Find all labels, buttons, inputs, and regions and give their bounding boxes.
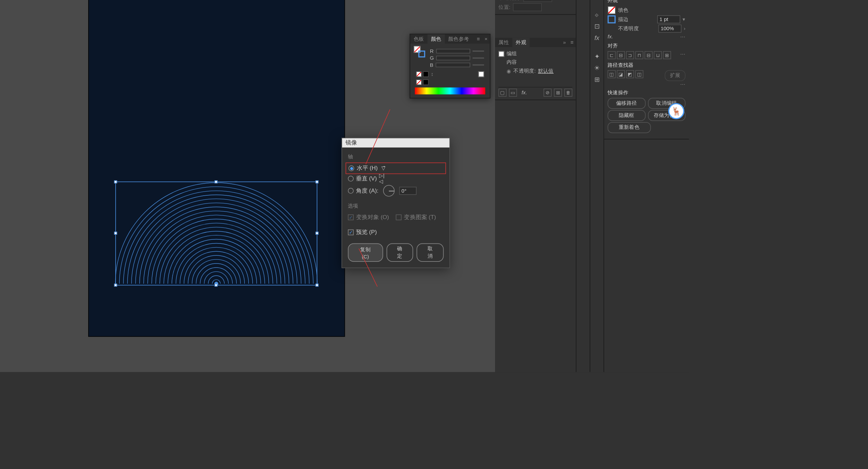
- angle-dial[interactable]: [383, 185, 395, 197]
- new-fill-icon[interactable]: ▢: [498, 89, 507, 97]
- horizontal-radio[interactable]: [349, 165, 354, 171]
- right-panel-dock: 描边 渐变 透明度 » ≡ 类型: 描边: ▭ ▬ ▭ Δ: [495, 0, 689, 372]
- prop-fill-label: 填色: [618, 6, 629, 14]
- prop-opacity-label: 不透明度: [618, 25, 639, 32]
- panel-menu-icon[interactable]: ≡: [568, 40, 576, 45]
- horizontal-label: 水平 (H): [357, 164, 378, 172]
- black-swatch-2[interactable]: [423, 79, 429, 85]
- align-right-icon[interactable]: ⊐: [626, 51, 634, 59]
- appearance-thumbnail: [498, 51, 504, 57]
- color-guide-tab[interactable]: 颜色参考: [445, 34, 473, 44]
- transform-objects-label: 变换对象 (O): [356, 213, 389, 221]
- transform-patterns-checkbox: [396, 214, 402, 220]
- more-pathfinder-icon[interactable]: ⋯: [680, 81, 685, 87]
- collapsed-pathfinder-icon[interactable]: ⊞: [592, 74, 602, 85]
- transform-patterns-label: 变换图案 (T): [404, 213, 436, 221]
- intersect-icon[interactable]: ◩: [626, 70, 634, 78]
- prop-fill-swatch[interactable]: [608, 6, 616, 14]
- collapsed-text2-icon[interactable]: Aⁱ: [592, 0, 602, 1]
- align-top-icon[interactable]: ⊓: [635, 51, 644, 59]
- dialog-title: 镜像: [342, 138, 450, 148]
- none-swatch[interactable]: [416, 71, 422, 77]
- gradient-stop-position: [513, 3, 541, 11]
- collapsed-transform-icon[interactable]: ⊡: [592, 21, 602, 32]
- collapsed-align-icon[interactable]: ☀: [592, 63, 602, 73]
- r-slider[interactable]: [436, 49, 470, 54]
- appearance-opacity-label: 不透明度:: [513, 67, 536, 75]
- align-left-icon[interactable]: ⊏: [608, 51, 616, 59]
- distribute-icon[interactable]: ⊞: [663, 51, 671, 59]
- b-slider[interactable]: [436, 63, 470, 67]
- r-label: R: [430, 48, 434, 54]
- prop-fx-button[interactable]: fx.: [608, 34, 613, 40]
- cancel-button[interactable]: 取消: [417, 243, 443, 261]
- collapsed-brush-icon[interactable]: ✦: [592, 51, 602, 62]
- fx-button[interactable]: fx.: [521, 90, 527, 96]
- collapsed-panel-strip-2: ▹ ▶ ⊡ A Aⁱ ⟐ ⊡ fx ✦ ☀ ⊞: [590, 0, 604, 372]
- appearance-opacity-value[interactable]: 默认值: [538, 67, 554, 75]
- color-spectrum[interactable]: [415, 87, 485, 94]
- delete-appearance-icon[interactable]: 🗑: [564, 89, 572, 97]
- g-label: G: [430, 55, 434, 61]
- preview-checkbox[interactable]: [348, 230, 354, 235]
- watermark-badge: 🦌: [668, 103, 685, 119]
- duplicate-icon[interactable]: ⊞: [554, 89, 562, 97]
- more-appearance-icon[interactable]: ⋯: [680, 34, 685, 40]
- copy-button[interactable]: 复制 (C): [348, 243, 383, 261]
- swatches-tab[interactable]: 色板: [410, 34, 428, 44]
- expand-button[interactable]: 扩展: [665, 70, 685, 81]
- new-stroke-icon[interactable]: ▭: [509, 89, 517, 97]
- ok-button[interactable]: 确定: [386, 243, 413, 261]
- reflect-dialog: 镜像 轴 水平 (H) ▽̄ 垂直 (V) ▷|◁ 角度 (A): 选项: [341, 138, 450, 268]
- angle-radio[interactable]: [348, 188, 354, 194]
- collapsed-fx-icon[interactable]: fx: [592, 33, 602, 43]
- exclude-icon[interactable]: ◫: [635, 70, 644, 78]
- b-value[interactable]: [473, 64, 484, 65]
- panel-close-icon[interactable]: ×: [482, 36, 490, 42]
- transform-objects-checkbox: [348, 214, 354, 220]
- appearance-section: 外观: [608, 0, 686, 4]
- color-fill-stroke[interactable]: [414, 46, 425, 57]
- panel-menu-icon[interactable]: ≡: [475, 36, 482, 42]
- vertical-label: 垂直 (V): [356, 175, 377, 183]
- appearance-tab[interactable]: 外观: [512, 38, 530, 47]
- color-panel: 色板 颜色 颜色参考 ≡ × R G B ↕: [410, 34, 490, 99]
- black-swatch[interactable]: [423, 71, 429, 77]
- align-vcenter-icon[interactable]: ⊟: [645, 51, 653, 59]
- attributes-tab[interactable]: 属性: [495, 38, 512, 47]
- angle-input[interactable]: [399, 187, 416, 195]
- g-value[interactable]: [473, 57, 484, 58]
- prop-stroke-input[interactable]: [657, 15, 680, 23]
- prop-opacity-input[interactable]: [658, 24, 682, 33]
- collapsed-panel-strip-1: ▦ ☁ ◉ ◐: [576, 0, 590, 372]
- align-bottom-icon[interactable]: ⊔: [654, 51, 662, 59]
- clear-icon[interactable]: ⊘: [544, 89, 552, 97]
- gradient-opacity-label: 不透明度:: [498, 0, 521, 2]
- color-tab[interactable]: 颜色: [428, 34, 445, 44]
- none-swatch-2[interactable]: [416, 79, 422, 85]
- offset-path-button[interactable]: 偏移路径: [608, 98, 645, 109]
- canvas[interactable]: 色板 颜色 颜色参考 ≡ × R G B ↕: [0, 0, 495, 372]
- horizontal-icon: ▽̄: [380, 165, 387, 172]
- panel-collapse-icon[interactable]: »: [561, 40, 568, 45]
- align-hcenter-icon[interactable]: ⊟: [617, 51, 625, 59]
- prop-stroke-swatch[interactable]: [608, 15, 616, 23]
- preview-label: 预览 (P): [356, 228, 377, 236]
- selection-bounding-box[interactable]: [115, 181, 317, 285]
- minus-front-icon[interactable]: ◪: [617, 70, 625, 78]
- collapsed-link-icon[interactable]: ⟐: [592, 9, 602, 20]
- recolor-button[interactable]: 重新着色: [608, 122, 651, 133]
- r-value[interactable]: [473, 51, 484, 52]
- gradient-stop-opacity: [523, 0, 552, 2]
- vertical-icon: ▷|◁: [379, 175, 386, 182]
- b-label: B: [430, 62, 433, 68]
- angle-label: 角度 (A):: [356, 187, 378, 195]
- white-swatch-2[interactable]: [478, 71, 484, 77]
- align-section: 对齐: [608, 42, 686, 50]
- pathfinder-section: 路径查找器: [608, 61, 686, 69]
- unite-icon[interactable]: ◫: [608, 70, 616, 78]
- vertical-radio[interactable]: [348, 176, 354, 181]
- g-slider[interactable]: [436, 56, 470, 60]
- more-align-icon[interactable]: ⋯: [680, 51, 685, 59]
- hide-box-button[interactable]: 隐藏框: [608, 110, 645, 121]
